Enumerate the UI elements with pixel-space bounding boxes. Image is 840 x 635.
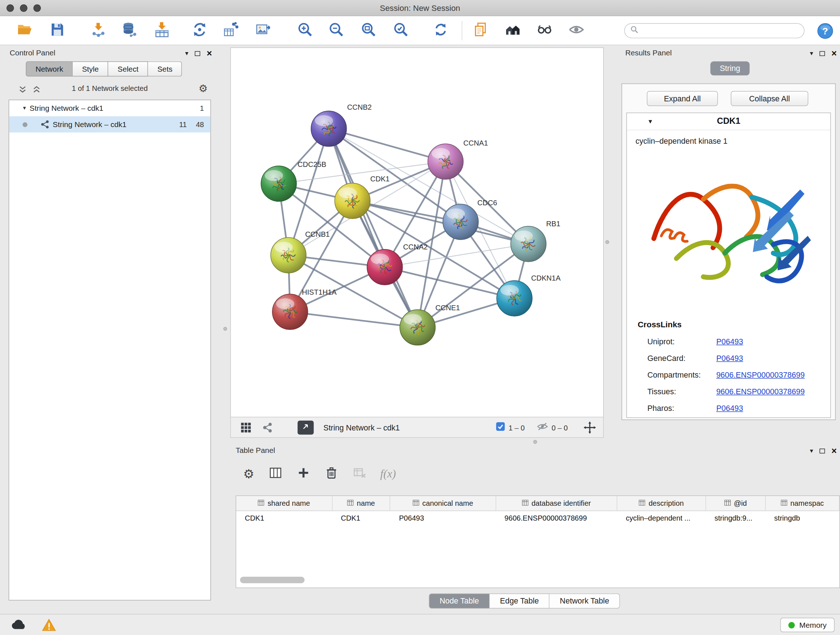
- results-panel-float-icon[interactable]: [820, 51, 825, 56]
- table-panel-float-icon[interactable]: [820, 448, 825, 453]
- zoom-out-button[interactable]: [326, 21, 347, 41]
- tab-network[interactable]: Network: [26, 62, 73, 77]
- tab-string[interactable]: String: [710, 62, 750, 76]
- column-header-description[interactable]: description: [617, 496, 706, 510]
- zoom-selected-button[interactable]: [391, 21, 411, 41]
- network-options-gear-icon[interactable]: ⚙: [199, 84, 208, 94]
- control-panel-close-icon[interactable]: ×: [207, 49, 212, 58]
- column-header-shared-name[interactable]: shared name: [236, 496, 332, 510]
- network-edge[interactable]: [329, 129, 417, 328]
- warning-icon[interactable]: [42, 619, 56, 634]
- table-cell[interactable]: P06493: [390, 511, 496, 526]
- network-view-toolbar: String Network – cdk1 1 – 0 0 – 0: [231, 417, 604, 438]
- zoom-fit-button[interactable]: [358, 21, 379, 41]
- table-cell[interactable]: cyclin–dependent ...: [617, 511, 706, 526]
- search-input[interactable]: [642, 25, 804, 36]
- table-row[interactable]: CDK1CDK1P064939606.ENSP00000378699cyclin…: [236, 511, 839, 526]
- network-node-HIST1H1A[interactable]: HIST1H1A: [272, 288, 337, 330]
- import-network-file-button[interactable]: [88, 21, 109, 41]
- zoom-in-button[interactable]: [295, 21, 316, 41]
- network-node-RB1[interactable]: RB1: [511, 220, 561, 262]
- column-header-database-identifier[interactable]: database identifier: [496, 496, 617, 510]
- tree-expand-icon[interactable]: ▼: [22, 106, 30, 111]
- network-node-CCNA1[interactable]: CCNA1: [428, 139, 488, 180]
- network-node-CCNB2[interactable]: CCNB2: [311, 103, 372, 146]
- cloud-status-icon[interactable]: [11, 619, 27, 633]
- duplicate-document-button[interactable]: [470, 21, 491, 41]
- results-panel-collapse-icon[interactable]: ▾: [810, 50, 813, 57]
- network-row[interactable]: String Network – cdk1 11 48: [9, 116, 210, 133]
- network-label: String Network – cdk1: [53, 120, 126, 129]
- network-overview-icon[interactable]: [262, 417, 273, 438]
- crosslink-value-link[interactable]: P06493: [716, 354, 743, 363]
- network-node-CDKN1A[interactable]: CDKN1A: [497, 274, 561, 316]
- tab-edge-table[interactable]: Edge Table: [490, 593, 550, 608]
- pan-crosshair-button[interactable]: [583, 417, 596, 438]
- protein-card-header[interactable]: ▼ CDK1: [627, 113, 830, 130]
- tab-select[interactable]: Select: [109, 62, 148, 77]
- control-panel-collapse-icon[interactable]: ▾: [185, 50, 188, 57]
- show-hidden-button[interactable]: [566, 21, 587, 41]
- column-header-name[interactable]: name: [332, 496, 390, 510]
- import-table-button[interactable]: [152, 21, 172, 41]
- table-cell[interactable]: CDK1: [332, 511, 390, 526]
- crosslink-value-link[interactable]: P06493: [716, 404, 743, 412]
- column-header--id[interactable]: @id: [706, 496, 766, 510]
- new-table-from-network-button[interactable]: [221, 21, 241, 41]
- crosslink-value-link[interactable]: 9606.ENSP00000378699: [716, 387, 805, 396]
- network-canvas[interactable]: CCNB2CCNA1CDC25BCDK1CDC6RB1CCNB1CCNA2CDK…: [231, 48, 604, 417]
- horizontal-scrollbar[interactable]: [240, 577, 305, 583]
- selected-counts: 1 – 0: [508, 424, 525, 432]
- crosslink-value-link[interactable]: 9606.ENSP00000378699: [716, 371, 805, 379]
- column-header-canonical-name[interactable]: canonical name: [390, 496, 496, 510]
- refresh-layout-button[interactable]: [431, 21, 451, 41]
- network-node-CDK1[interactable]: CDK1: [335, 175, 390, 219]
- crosslink-label: Pharos:: [647, 404, 716, 412]
- show-columns-icon[interactable]: [268, 466, 283, 482]
- save-session-button[interactable]: [47, 21, 67, 41]
- tab-style[interactable]: Style: [73, 62, 108, 77]
- network-edge[interactable]: [290, 312, 418, 327]
- table-cell[interactable]: stringdb:9...: [706, 511, 766, 526]
- network-view-dot-icon: [22, 122, 27, 127]
- table-panel-collapse-icon[interactable]: ▾: [810, 448, 813, 454]
- new-network-button[interactable]: [189, 21, 210, 41]
- function-builder-icon[interactable]: f(x): [380, 467, 396, 480]
- grid-view-icon[interactable]: [240, 417, 251, 438]
- control-panel-float-icon[interactable]: [195, 51, 201, 56]
- column-type-icon: [639, 499, 645, 507]
- hide-selected-button[interactable]: [534, 21, 555, 41]
- delete-column-trash-icon[interactable]: [324, 466, 338, 482]
- import-network-database-button[interactable]: [119, 21, 140, 41]
- crosslink-value-link[interactable]: P06493: [716, 337, 743, 345]
- splitter-handle-left[interactable]: [223, 327, 227, 331]
- tab-network-table[interactable]: Network Table: [549, 593, 620, 608]
- network-edge[interactable]: [329, 129, 446, 162]
- zoom-fit-icon: [361, 22, 377, 40]
- export-image-button[interactable]: [253, 21, 273, 41]
- help-button[interactable]: ?: [815, 22, 835, 42]
- table-cell[interactable]: stringdb: [766, 511, 839, 526]
- column-header-namespac[interactable]: namespac: [766, 496, 839, 510]
- table-options-gear-icon[interactable]: ⚙: [243, 468, 254, 480]
- add-column-icon[interactable]: [296, 466, 310, 482]
- table-panel-close-icon[interactable]: ×: [831, 446, 837, 455]
- network-share-icon: [41, 120, 50, 129]
- memory-button[interactable]: Memory: [781, 618, 835, 632]
- tab-sets[interactable]: Sets: [148, 62, 182, 77]
- eye-icon: [568, 22, 584, 40]
- table-cell[interactable]: 9606.ENSP00000378699: [496, 511, 617, 526]
- expand-all-button[interactable]: Expand All: [647, 91, 718, 106]
- network-collection-row[interactable]: ▼ String Network – cdk1 1: [9, 100, 210, 117]
- network-node-CCNB1[interactable]: CCNB1: [271, 231, 330, 273]
- home-views-button[interactable]: [502, 21, 523, 41]
- collapse-all-button[interactable]: Collapse All: [731, 91, 808, 106]
- table-cell[interactable]: CDK1: [236, 511, 332, 526]
- birdseye-toggle-button[interactable]: [298, 417, 314, 438]
- network-node-label: CCNA1: [463, 139, 488, 147]
- tab-node-table[interactable]: Node Table: [429, 593, 490, 608]
- results-panel-close-icon[interactable]: ×: [831, 49, 837, 58]
- splitter-handle-bottom[interactable]: [533, 440, 537, 443]
- open-session-button[interactable]: [14, 21, 35, 41]
- splitter-handle-right[interactable]: [605, 240, 609, 244]
